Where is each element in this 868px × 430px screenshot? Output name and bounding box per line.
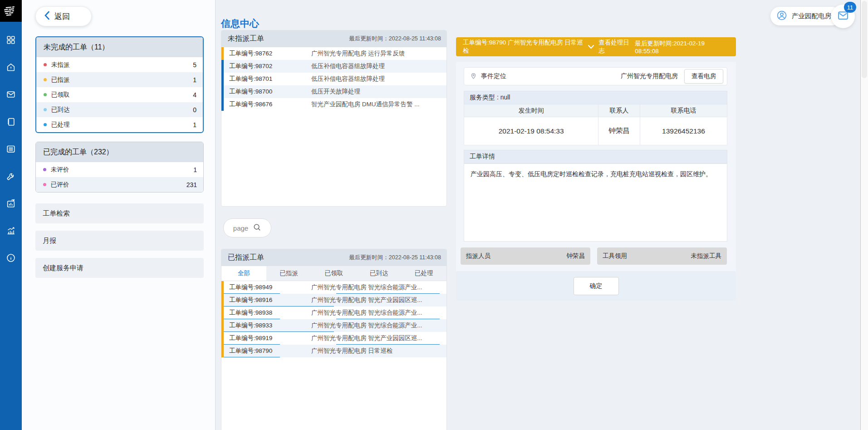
- status-bar: [221, 98, 224, 111]
- view-power-room-button[interactable]: 查看电房: [684, 69, 723, 84]
- status-bar: [221, 319, 224, 332]
- home-energy-icon[interactable]: [6, 62, 16, 72]
- status-row[interactable]: 已到达 0: [36, 102, 203, 117]
- unassigned-orders-title: 未指派工单: [228, 34, 264, 44]
- order-number: 工单编号:98676: [229, 100, 311, 109]
- mail-icon[interactable]: [6, 89, 16, 99]
- page-search-control[interactable]: page: [223, 218, 271, 237]
- status-count: 231: [186, 181, 197, 188]
- col-contact: 联系人: [598, 104, 640, 117]
- status-tab[interactable]: 已指派: [266, 266, 311, 281]
- vertical-scrollbar[interactable]: [860, 0, 868, 430]
- status-dot: [44, 78, 47, 81]
- assigned-updated-time: 最后更新时间：2022-08-25 11:43:08: [349, 254, 441, 262]
- assigned-orders-title: 已指派工单: [228, 253, 264, 262]
- order-detail-panel: 事件定位 广州智光专用配电房 查看电房 服务类型 : null 发生时间 联系人…: [456, 62, 736, 301]
- app-logo[interactable]: [0, 0, 22, 22]
- order-description: 广州智光专用配电房 智光产业园园区巡...: [311, 296, 422, 304]
- completed-status-list: 未评价 1 已评价 231: [36, 162, 203, 192]
- tools-value: 未指派工具: [691, 252, 722, 260]
- user-account-button[interactable]: 产业园配电房: [770, 7, 841, 25]
- chevron-down-icon: [588, 44, 594, 50]
- status-row[interactable]: 已领取 4: [36, 87, 203, 102]
- chevron-left-icon: [44, 11, 50, 22]
- work-order-row[interactable]: 工单编号:98916 广州智光专用配电房 智光产业园园区巡...: [221, 294, 446, 306]
- user-name: 产业园配电房: [792, 12, 831, 20]
- unassigned-updated-time: 最后更新时间：2022-08-25 11:43:08: [349, 35, 441, 43]
- back-button[interactable]: 返回: [35, 6, 92, 26]
- panel-link[interactable]: 创建服务申请: [35, 258, 204, 278]
- status-bar: [221, 345, 224, 357]
- order-number: 工单编号:98700: [229, 88, 311, 96]
- view-process-log-label: 查看处理日志: [598, 39, 635, 55]
- list-icon[interactable]: [6, 144, 16, 154]
- wrench-icon[interactable]: [6, 171, 16, 181]
- status-bar: [221, 85, 224, 98]
- status-tab[interactable]: 已领取: [311, 266, 356, 281]
- order-description: 广州智光专用配电房 智光综合能源产业...: [311, 283, 422, 292]
- panel-links: 工单检索 月报 创建服务申请: [35, 203, 204, 285]
- dashboard-icon[interactable]: [6, 35, 16, 45]
- work-order-panel: 返回 未完成的工单（11） 未指派 5 已指派 1: [22, 0, 216, 430]
- assigned-orders-header: 已指派工单 最后更新时间：2022-08-25 11:43:08: [221, 249, 446, 266]
- status-label: 已指派: [51, 76, 70, 84]
- status-dot: [44, 123, 47, 126]
- location-pin-icon: [470, 72, 477, 81]
- work-order-row[interactable]: 工单编号:98702 低压补偿电容器组故障处理: [221, 60, 446, 73]
- work-order-row[interactable]: 工单编号:98919 广州智光专用配电房 智光产业园园区巡...: [221, 332, 446, 345]
- tools-box[interactable]: 工具领用 未指派工具: [597, 247, 727, 265]
- search-icon: [253, 223, 261, 233]
- message-count-badge: 11: [844, 2, 856, 13]
- order-details-bar: 工单详情: [464, 150, 727, 163]
- assignee-box[interactable]: 指派人员 钟荣昌: [461, 247, 590, 265]
- work-order-row[interactable]: 工单编号:98790 广州智光专用配电房 日常巡检: [221, 345, 446, 357]
- status-tab[interactable]: 已到达: [357, 266, 402, 281]
- logo-mark: [2, 2, 20, 20]
- status-bar: [221, 73, 224, 85]
- status-row[interactable]: 已评价 231: [36, 177, 203, 192]
- status-count: 1: [193, 76, 196, 84]
- order-number: 工单编号:98702: [229, 62, 311, 70]
- notebook-icon[interactable]: [6, 117, 16, 127]
- status-dot: [44, 108, 47, 111]
- work-order-row[interactable]: 工单编号:98949 广州智光专用配电房 智光综合能源产业...: [221, 281, 446, 294]
- order-number: 工单编号:98701: [229, 75, 311, 83]
- order-number: 工单编号:98916: [229, 296, 311, 304]
- status-tab[interactable]: 全部: [221, 266, 266, 281]
- view-process-log-link[interactable]: 查看处理日志: [588, 39, 635, 55]
- panel-link[interactable]: 月报: [35, 231, 204, 251]
- work-order-row[interactable]: 工单编号:98762 广州智光专用配电房 运行异常反馈: [221, 47, 446, 60]
- info-icon[interactable]: [6, 253, 16, 263]
- order-number: 工单编号:98938: [229, 309, 311, 317]
- occurred-time-value: 2021-02-19 08:54:33: [464, 117, 598, 145]
- order-description: 广州智光专用配电房 智光产业园园区巡...: [311, 334, 422, 342]
- scrollbar-thumb[interactable]: [862, 1, 867, 78]
- order-number: 工单编号:98949: [229, 283, 311, 292]
- nav-sidebar: [0, 0, 22, 430]
- status-row[interactable]: 未指派 5: [36, 57, 203, 72]
- panel-link[interactable]: 工单检索: [35, 203, 204, 223]
- status-tab[interactable]: 已处理: [402, 266, 446, 281]
- chart-box-icon[interactable]: [6, 198, 16, 208]
- status-row[interactable]: 已处理 1: [36, 117, 203, 132]
- work-order-row[interactable]: 工单编号:98676 智光产业园配电房 DMU通信异常告警 ...: [221, 98, 446, 111]
- order-description: 广州智光专用配电房 运行异常反馈: [311, 49, 405, 58]
- status-bar: [221, 306, 224, 319]
- status-count: 0: [193, 106, 196, 114]
- work-order-row[interactable]: 工单编号:98938 广州智光专用配电房 智光综合能源产业...: [221, 306, 446, 319]
- work-order-row[interactable]: 工单编号:98700 低压开关故障处理: [221, 85, 446, 98]
- order-number: 工单编号:98933: [229, 321, 311, 330]
- status-bar: [221, 47, 224, 60]
- service-type-bar: 服务类型 : null: [464, 91, 727, 104]
- order-number: 工单编号:98790: [229, 347, 311, 355]
- status-row[interactable]: 未评价 1: [36, 162, 203, 177]
- status-label: 未指派: [51, 61, 70, 69]
- work-order-row[interactable]: 工单编号:98701 低压补偿电容器组故障处理: [221, 73, 446, 85]
- order-detail-banner: 工单编号:98790 广州智光专用配电房 日常巡检 查看处理日志 最后更新时间:…: [456, 37, 736, 56]
- tools-label: 工具领用: [603, 252, 627, 260]
- trend-chart-icon[interactable]: [6, 226, 16, 236]
- status-row[interactable]: 已指派 1: [36, 72, 203, 87]
- confirm-button[interactable]: 确定: [574, 277, 619, 295]
- work-order-row[interactable]: 工单编号:98933 广州智光专用配电房 智光综合能源产业...: [221, 319, 446, 332]
- status-label: 已领取: [51, 91, 70, 99]
